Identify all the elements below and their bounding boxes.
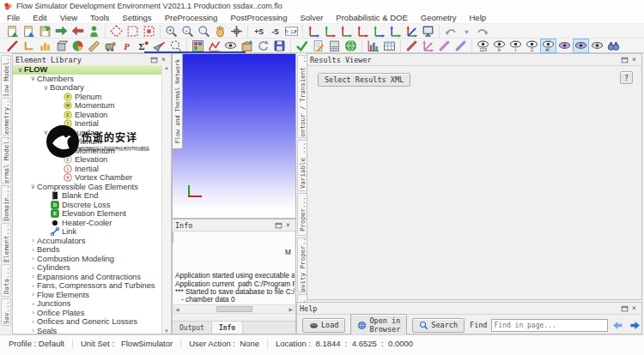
xy-plot-icon[interactable] [206,39,222,53]
tree-item-seals[interactable]: ›Seals [13,327,162,334]
expander-closed-icon[interactable]: › [29,282,37,290]
dock-tab-thermal-model[interactable]: Thermal Model... [1,137,11,184]
machine-tool-icon[interactable] [102,39,118,53]
run-solver-icon[interactable] [343,39,359,53]
pipe-link-icon[interactable] [453,39,469,53]
results-table-icon[interactable] [381,39,398,53]
show-links-icon[interactable]: C [524,39,540,53]
zoom-window-icon[interactable] [196,24,212,39]
close-panel-icon[interactable]: × [629,55,639,64]
menu-view[interactable]: View [60,13,77,22]
select-rect-icon[interactable] [141,24,157,39]
show-values-icon[interactable]: #/- [540,39,556,53]
pan-icon[interactable] [212,24,228,39]
menu-settings[interactable]: Settings [122,13,151,22]
expander-closed-icon[interactable]: › [29,237,37,244]
tree-item-bends[interactable]: ›Bends [13,245,162,255]
tree-item-elevation[interactable]: EElevation [13,155,162,165]
expander-closed-icon[interactable]: › [29,309,37,316]
dock-tab-geometry[interactable]: Geometry... [1,98,11,135]
model-check-icon[interactable] [294,39,310,53]
create-link-icon[interactable] [4,39,21,53]
orient-view-iso-icon[interactable] [404,24,420,39]
menu-postprocessing[interactable]: PostProcessing [230,13,287,22]
close-panel-icon[interactable]: × [159,55,168,64]
orient-view-4-icon[interactable] [355,24,371,39]
dock-tab-sav[interactable]: Sav... [1,298,11,326]
tree-item-discrete-loss[interactable]: DDiscrete Loss [13,201,162,210]
tree-item-chambers[interactable]: ∨Chambers [13,75,162,84]
preview-icon[interactable] [222,39,239,53]
refresh-model-icon[interactable] [255,39,271,53]
float-panel-icon[interactable] [274,220,283,230]
float-panel-icon[interactable] [620,304,629,313]
expander-open-icon[interactable]: ∨ [42,84,50,92]
dock-tab-element[interactable]: Element... [1,223,11,262]
save-data-icon[interactable] [271,39,288,53]
results-chart-icon[interactable] [365,39,381,53]
tree-item-inertial[interactable]: IInertial [13,119,162,129]
tree-item-flow[interactable]: ∨FLOW [13,65,162,75]
zoom-in-icon[interactable]: + [163,24,179,39]
measure-tool-icon[interactable] [86,39,102,53]
search-model-icon[interactable] [605,39,622,53]
menu-edit[interactable]: Edit [33,13,46,22]
color-settings-icon[interactable] [190,39,206,53]
close-panel-icon[interactable]: × [283,220,293,230]
scroll-right-icon[interactable]: ▶ [289,306,293,312]
tree-item-elevation[interactable]: EElevation [13,111,162,120]
show-flow-icon[interactable] [556,39,573,53]
scroll-down-icon[interactable]: ▼ [164,328,169,334]
orient-view-3-icon[interactable] [338,24,355,39]
expander-open-icon[interactable]: ∨ [42,129,50,136]
create-chamber-icon[interactable] [21,39,37,53]
tree-item-non-boundary[interactable]: ∨Non-Boundary [13,129,162,138]
tree-item-momentum[interactable]: MMomentum [13,101,162,111]
expander-open-icon[interactable]: ∨ [29,75,37,82]
bottom-tab-info[interactable]: Info [212,322,243,334]
orient-view-2-icon[interactable] [322,24,338,39]
tree-item-orifice-plates[interactable]: ›Orifice Plates [13,309,162,318]
text-size-combo[interactable]: Tr 12 [283,24,300,39]
tree-item-elevation-element[interactable]: EElevation Element [13,209,162,219]
find-previous-icon[interactable] [611,319,625,331]
tree-item-plenum[interactable]: PPlenum [13,137,162,147]
find-input[interactable] [491,319,608,332]
zoom-out-icon[interactable]: - [179,24,196,39]
scrollbar-thumb[interactable] [216,306,252,312]
float-panel-icon[interactable] [620,55,629,64]
summation-tool-icon[interactable]: Σ [135,39,151,53]
link-element-icon[interactable] [404,39,420,53]
center-view-icon[interactable] [228,24,245,39]
notes-icon[interactable] [310,39,326,53]
save-model-icon[interactable] [37,24,53,39]
tree-item-vortex-chamber[interactable]: VVortex Chamber [13,173,162,183]
display-settings-icon[interactable] [420,24,436,39]
menu-solver[interactable]: Solver [300,13,323,22]
tree-item-expansions-and-contractions[interactable]: ›Expansions and Contractions [13,273,162,282]
expander-closed-icon[interactable]: › [29,291,37,298]
tree-item-blank-end[interactable]: Blank End [13,191,162,201]
expander-open-icon[interactable]: ∨ [29,183,37,190]
tree-item-heater-cooler[interactable]: Heater-Cooler [13,219,162,228]
bottom-tab-output[interactable]: Output [173,322,212,334]
redo-icon[interactable] [475,24,491,39]
user-profile-icon[interactable] [86,24,102,39]
float-panel-icon[interactable] [149,55,159,64]
dock-tab-flow-model[interactable]: Flow Model... [1,55,11,96]
select-move-icon[interactable] [125,24,141,39]
orient-view-1-icon[interactable] [306,24,322,39]
scroll-left-icon[interactable]: ◀ [175,306,179,312]
undo-history-icon[interactable]: ▾ [459,24,475,39]
menu-probabilistic-doe[interactable]: Probabilistic & DOE [336,13,407,22]
scale-down-icon[interactable]: -S [267,24,283,39]
tree-item-inertial[interactable]: IInertial [13,165,162,174]
menu-help[interactable]: Help [470,13,487,22]
pressure-tool-icon[interactable]: P [118,39,135,53]
show-hidden-icon[interactable] [589,39,605,53]
show-chambers-icon[interactable]: b [491,39,507,53]
expander-closed-icon[interactable]: › [29,273,37,280]
import-file-icon[interactable] [53,24,70,39]
viewport-tab[interactable]: Flow and Thermal Network [173,54,183,149]
tree-item-combustion-modeling[interactable]: ›Combustion Modeling [13,255,162,264]
